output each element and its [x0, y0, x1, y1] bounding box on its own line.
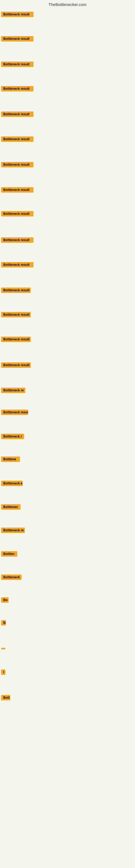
- bottleneck-item: Bottleneck result: [1, 84, 134, 94]
- bottleneck-item: Bottleneck result: [1, 10, 134, 20]
- bottleneck-badge[interactable]: [1, 648, 5, 649]
- bottleneck-item: B: [1, 618, 134, 628]
- bottleneck-badge[interactable]: Bottleneck re: [1, 528, 25, 533]
- bottleneck-badge[interactable]: I: [1, 670, 5, 675]
- bottleneck-badge[interactable]: Bottleneck result: [1, 12, 34, 17]
- bottleneck-item: Bottleneck r: [1, 432, 134, 442]
- bottleneck-badge[interactable]: Bottleneck: [1, 575, 21, 580]
- bottleneck-item: Bo: [1, 596, 134, 606]
- bottleneck-badge[interactable]: Bottleneck result: [1, 86, 34, 91]
- items-container: Bottleneck resultBottleneck resultBottle…: [0, 10, 135, 866]
- site-title: TheBottlenecker.com: [0, 0, 135, 10]
- bottleneck-item: Bottleneck result: [1, 335, 134, 345]
- bottleneck-badge[interactable]: Bottleneck result: [1, 136, 34, 142]
- bottleneck-item: Bottlen: [1, 550, 134, 559]
- bottleneck-item: Bottlene: [1, 455, 134, 465]
- bottleneck-badge[interactable]: Bottleneck result: [1, 112, 34, 117]
- bottleneck-item: Bottleneck: [1, 573, 134, 583]
- bottleneck-item: Bottleneck result: [1, 260, 134, 270]
- bottleneck-item: Bottleneck result: [1, 34, 134, 44]
- bottleneck-badge[interactable]: Bottleneck result: [1, 337, 31, 342]
- bottleneck-badge[interactable]: Bottleneck result: [1, 211, 34, 216]
- bottleneck-item: Bott: [1, 693, 134, 703]
- bottleneck-badge[interactable]: Bo: [1, 597, 9, 603]
- bottleneck-item: Bottleneck re: [1, 526, 134, 536]
- bottleneck-item: Bottleneck result: [1, 110, 134, 120]
- bottleneck-badge[interactable]: Bottleneck result: [1, 237, 34, 243]
- bottleneck-badge[interactable]: Bottleneck result: [1, 62, 34, 67]
- bottleneck-badge[interactable]: Bottleneck result: [1, 187, 34, 193]
- bottleneck-item: Bottleneck result: [1, 361, 134, 371]
- bottleneck-item: Bottleneck e: [1, 479, 134, 489]
- bottleneck-item: I: [1, 668, 134, 678]
- bottleneck-badge[interactable]: Bottleneck result: [1, 36, 34, 41]
- bottleneck-badge[interactable]: Bottleneck result: [1, 162, 34, 167]
- bottleneck-item: Bottleneck result: [1, 135, 134, 145]
- bottleneck-item: Bottleneck result: [1, 60, 134, 70]
- bottleneck-item: Bottleneck result: [1, 310, 134, 320]
- bottleneck-item: Bottleneck result: [1, 186, 134, 195]
- bottleneck-badge[interactable]: Bottlen: [1, 551, 17, 557]
- bottleneck-badge[interactable]: Bottleneck r: [1, 434, 24, 439]
- bottleneck-badge[interactable]: Bottleneck e: [1, 480, 23, 486]
- bottleneck-item: Bottleneck resul: [1, 408, 134, 418]
- bottleneck-item: Bottleneck result: [1, 160, 134, 170]
- bottleneck-item: [1, 644, 134, 652]
- bottleneck-badge[interactable]: Bottleneck result: [1, 262, 34, 268]
- bottleneck-item: Bottleneck result: [1, 236, 134, 246]
- bottleneck-item: Bottleneck result: [1, 209, 134, 219]
- bottleneck-badge[interactable]: Bottlenec: [1, 504, 20, 510]
- bottleneck-badge[interactable]: Bottlene: [1, 457, 20, 462]
- bottleneck-item: Bottlenec: [1, 503, 134, 513]
- bottleneck-badge[interactable]: Bottleneck re: [1, 388, 26, 393]
- bottleneck-badge[interactable]: Bottleneck result: [1, 362, 31, 368]
- bottleneck-badge[interactable]: Bott: [1, 695, 10, 701]
- bottleneck-badge[interactable]: Bottleneck result: [1, 312, 31, 317]
- bottleneck-badge[interactable]: B: [1, 620, 6, 625]
- bottleneck-item: Bottleneck re: [1, 386, 134, 396]
- bottleneck-item: Bottleneck result: [1, 286, 134, 296]
- bottleneck-badge[interactable]: Bottleneck result: [1, 287, 31, 293]
- bottleneck-badge[interactable]: Bottleneck resul: [1, 410, 28, 415]
